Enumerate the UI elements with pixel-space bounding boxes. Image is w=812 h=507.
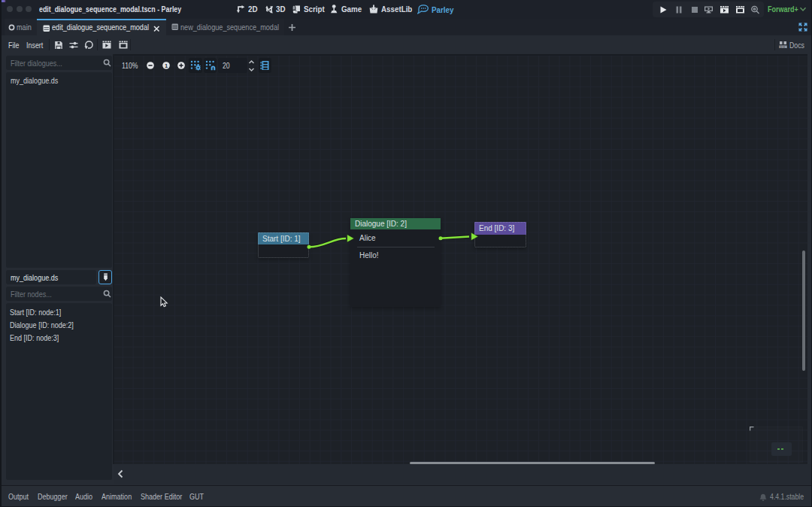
svg-text:DOC: DOC [780,46,786,49]
